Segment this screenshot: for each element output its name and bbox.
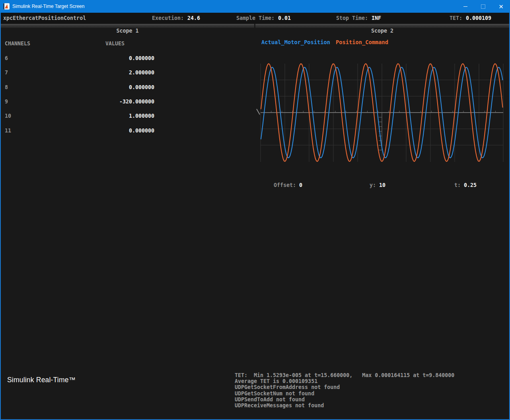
channel-value: 0.000000 [129, 84, 154, 90]
close-icon: ✕ [498, 4, 504, 10]
status-label: Execution: [152, 13, 184, 24]
channel-row: 80.000000 [0, 80, 154, 94]
t-scale-readout: t:0.25 [454, 182, 477, 188]
scope1-title: Scope 1 [0, 28, 255, 34]
channel-number: 6 [5, 55, 8, 61]
target-screen-window: Simulink Real-Time Target Screen ✕ xpcEt… [0, 0, 510, 420]
message-line: UDPGetSocketFromAddress not found [235, 384, 454, 390]
branding-text: Simulink Real-Time™ [7, 376, 76, 384]
status-value: INF [372, 13, 381, 24]
legend-item: Actual_Motor_Position [261, 39, 330, 45]
channels-column-header: CHANNELS [5, 41, 30, 47]
footer-value: 0 [299, 182, 302, 188]
values-column-header: VALUES [105, 41, 125, 47]
message-line: TET: Min 1.5293e-005 at t=15.660000, Max… [235, 372, 454, 378]
status-item: Stop Time:INF [336, 13, 381, 24]
channel-value: 0.000000 [129, 55, 154, 61]
footer-label: y: [370, 182, 376, 188]
window-title: Simulink Real-Time Target Screen [12, 0, 84, 13]
simulink-app-icon [3, 3, 10, 10]
scope2-waveform-plot [255, 56, 510, 171]
channel-value: 2.000000 [129, 70, 154, 76]
icon-left-stripe [3, 3, 4, 10]
status-label: Sample Time: [236, 13, 274, 24]
channel-value: -320.000000 [119, 99, 154, 105]
message-line: UDPGetSocketNum not found [235, 391, 454, 397]
title-bar[interactable]: Simulink Real-Time Target Screen ✕ [0, 0, 510, 13]
maximize-icon [481, 4, 485, 9]
footer-label: Offset: [274, 182, 296, 188]
minimize-icon [463, 6, 467, 7]
close-button[interactable]: ✕ [492, 0, 510, 13]
status-label: Stop Time: [336, 13, 368, 24]
channel-row: 101.000000 [0, 109, 154, 123]
status-bar: xpcEthercatPositionControl Execution:24.… [0, 13, 510, 24]
footer-label: t: [454, 182, 461, 188]
channel-row: 9-320.000000 [0, 94, 154, 109]
scope2-title: Scope 2 [255, 28, 510, 34]
channel-value: 0.000000 [129, 128, 154, 134]
status-value: 24.6 [187, 13, 200, 24]
channel-number: 9 [5, 99, 8, 105]
maximize-button[interactable] [474, 0, 492, 13]
status-item: TET:0.000109 [450, 13, 491, 24]
channel-number: 8 [5, 84, 8, 90]
channel-value: 1.000000 [129, 113, 154, 119]
offset-readout: Offset:0 [274, 182, 302, 188]
scope2-legend: Actual_Motor_PositionPosition_Command [261, 39, 388, 45]
status-item: Sample Time:0.01 [236, 13, 291, 24]
message-line: UDPReceiveMessages not found [235, 402, 454, 408]
window-border-left [0, 13, 1, 420]
scope2-header-strip[interactable] [255, 24, 509, 28]
status-value: 0.000109 [466, 13, 491, 24]
message-line: UDPSendToAdd not found [235, 397, 454, 402]
channel-number: 7 [5, 70, 8, 76]
status-value: 0.01 [278, 13, 291, 24]
channel-row: 72.000000 [0, 65, 154, 80]
system-messages: TET: Min 1.5293e-005 at t=15.660000, Max… [235, 372, 454, 408]
minimize-button[interactable] [456, 0, 474, 13]
channel-list: 60.00000072.00000080.0000009-320.0000001… [0, 51, 154, 138]
footer-value: 0.25 [464, 182, 477, 188]
channel-number: 11 [5, 128, 11, 134]
matlab-membrane-icon [5, 4, 9, 8]
message-line: Average TET is 0.000109351 [235, 378, 454, 384]
channel-row: 60.000000 [0, 51, 154, 65]
model-name: xpcEthercatPositionControl [3, 13, 86, 24]
legend-item: Position_Command [336, 39, 388, 45]
channel-row: 110.000000 [0, 123, 154, 138]
y-scale-readout: y:10 [370, 182, 385, 188]
status-item: Execution:24.6 [152, 13, 200, 24]
footer-value: 10 [379, 182, 385, 188]
status-label: TET: [450, 13, 462, 24]
channel-number: 10 [5, 113, 11, 119]
scope1-header-strip[interactable] [1, 24, 254, 28]
